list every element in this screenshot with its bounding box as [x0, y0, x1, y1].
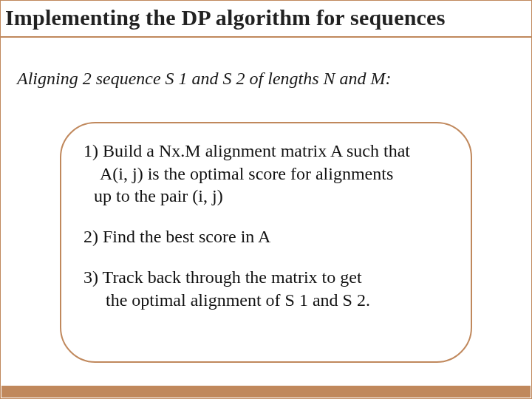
slide-subtitle: Aligning 2 sequence S 1 and S 2 of lengt… [17, 69, 531, 89]
step-2: 2) Find the best score in A [83, 225, 449, 248]
bottom-accent-bar [1, 386, 531, 398]
steps-box: 1) Build a Nx.M alignment matrix A such … [60, 122, 472, 363]
slide-title: Implementing the DP algorithm for sequen… [5, 5, 528, 30]
step-3-line-1: 3) Track back through the matrix to get [83, 266, 449, 289]
title-region: Implementing the DP algorithm for sequen… [1, 1, 531, 38]
step-1-line-3: up to the pair (i, j) [83, 185, 449, 208]
step-2-line-1: 2) Find the best score in A [83, 225, 449, 248]
step-1: 1) Build a Nx.M alignment matrix A such … [83, 140, 449, 208]
slide-frame: Implementing the DP algorithm for sequen… [0, 0, 532, 399]
step-3: 3) Track back through the matrix to get … [83, 266, 449, 311]
step-3-line-2: the optimal alignment of S 1 and S 2. [83, 289, 449, 312]
step-1-line-1: 1) Build a Nx.M alignment matrix A such … [83, 140, 449, 163]
step-1-line-2: A(i, j) is the optimal score for alignme… [83, 163, 449, 185]
